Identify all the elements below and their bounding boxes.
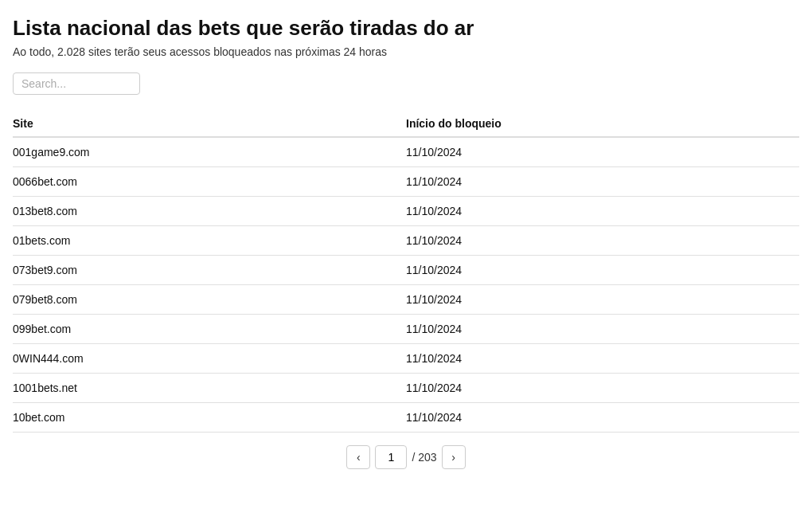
cell-bloqueio: 11/10/2024 <box>406 315 799 344</box>
search-input[interactable] <box>13 72 140 95</box>
table-row: 1001bets.net11/10/2024 <box>13 374 799 403</box>
table-row: 0066bet.com11/10/2024 <box>13 167 799 197</box>
cell-site: 099bet.com <box>13 315 406 344</box>
table-row: 001game9.com11/10/2024 <box>13 137 799 167</box>
sites-table: SiteInício do bloqueio 001game9.com11/10… <box>13 111 799 433</box>
table-row: 099bet.com11/10/2024 <box>13 315 799 344</box>
cell-site: 079bet8.com <box>13 285 406 315</box>
cell-bloqueio: 11/10/2024 <box>406 197 799 226</box>
pagination-total: / 203 <box>412 451 436 464</box>
cell-site: 013bet8.com <box>13 197 406 226</box>
page-title: Lista nacional das bets que serão tirada… <box>13 16 799 41</box>
cell-site: 001game9.com <box>13 137 406 167</box>
cell-site: 0066bet.com <box>13 167 406 197</box>
next-page-button[interactable]: › <box>442 445 466 469</box>
column-header-bloqueio: Início do bloqueio <box>406 111 799 137</box>
cell-site: 0WIN444.com <box>13 344 406 374</box>
cell-site: 1001bets.net <box>13 374 406 403</box>
pagination: ‹ / 203 › <box>13 445 799 469</box>
page-number-input[interactable] <box>375 445 407 469</box>
page-subtitle: Ao todo, 2.028 sites terão seus acessos … <box>13 45 799 58</box>
cell-bloqueio: 11/10/2024 <box>406 137 799 167</box>
table-row: 079bet8.com11/10/2024 <box>13 285 799 315</box>
table-row: 013bet8.com11/10/2024 <box>13 197 799 226</box>
cell-bloqueio: 11/10/2024 <box>406 403 799 433</box>
cell-bloqueio: 11/10/2024 <box>406 285 799 315</box>
table-row: 073bet9.com11/10/2024 <box>13 256 799 285</box>
cell-site: 073bet9.com <box>13 256 406 285</box>
cell-bloqueio: 11/10/2024 <box>406 256 799 285</box>
prev-page-button[interactable]: ‹ <box>346 445 370 469</box>
cell-bloqueio: 11/10/2024 <box>406 344 799 374</box>
table-row: 10bet.com11/10/2024 <box>13 403 799 433</box>
table-row: 01bets.com11/10/2024 <box>13 226 799 256</box>
cell-bloqueio: 11/10/2024 <box>406 226 799 256</box>
cell-site: 10bet.com <box>13 403 406 433</box>
cell-site: 01bets.com <box>13 226 406 256</box>
cell-bloqueio: 11/10/2024 <box>406 167 799 197</box>
column-header-site: Site <box>13 111 406 137</box>
cell-bloqueio: 11/10/2024 <box>406 374 799 403</box>
table-row: 0WIN444.com11/10/2024 <box>13 344 799 374</box>
